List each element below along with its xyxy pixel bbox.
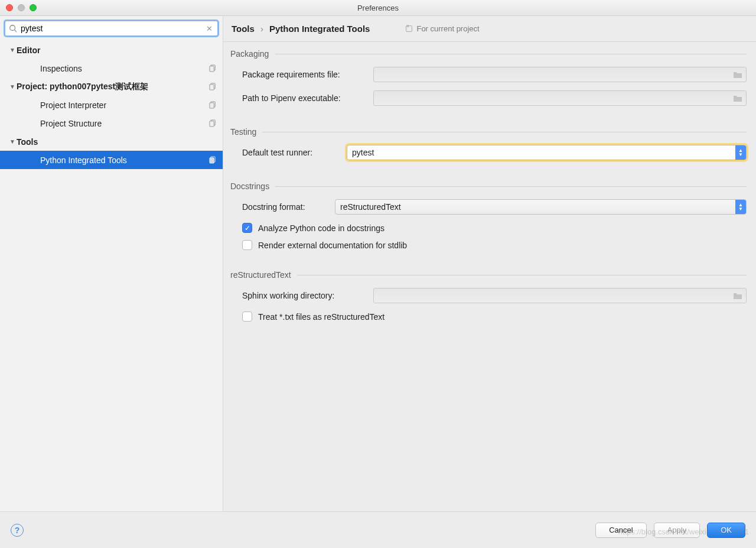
sidebar-item-label: Inspections — [40, 64, 209, 73]
chevron-down-icon: ▼ — [8, 47, 17, 53]
search-icon — [9, 24, 17, 33]
scope-badge: For current project — [405, 24, 479, 33]
section-title-docstrings: Docstrings — [230, 181, 269, 191]
section-rst: reStructuredText Sphinx working director… — [228, 270, 747, 329]
search-box[interactable]: ✕ — [4, 20, 219, 37]
svg-rect-9 — [210, 121, 214, 127]
chevron-down-icon: ▼ — [8, 138, 17, 145]
sidebar-item-label: Editor — [17, 46, 217, 55]
label-treat: Treat *.txt files as reStructuredText — [258, 312, 384, 322]
sidebar-item-label: Project Structure — [40, 119, 209, 128]
svg-rect-13 — [408, 25, 409, 27]
select-test-runner-value: pytest — [352, 148, 374, 157]
select-test-runner[interactable]: pytest ▲▼ — [347, 145, 747, 160]
section-packaging: Packaging Package requirements file: Pat… — [228, 49, 747, 114]
select-docstring-format-value: reStructuredText — [340, 202, 401, 212]
label-package-req: Package requirements file: — [242, 70, 366, 79]
copy-icon — [209, 64, 217, 72]
checkbox-treat[interactable] — [242, 312, 252, 322]
svg-rect-11 — [210, 158, 214, 163]
scope-label: For current project — [416, 24, 479, 33]
copy-icon — [209, 119, 217, 127]
sidebar-item-6[interactable]: Python Integrated Tools — [0, 151, 223, 169]
folder-icon[interactable] — [733, 94, 742, 102]
chevron-up-down-icon: ▲▼ — [735, 145, 746, 160]
sidebar-item-label: Python Integrated Tools — [40, 155, 209, 165]
copy-icon — [209, 101, 217, 109]
folder-icon[interactable] — [733, 291, 742, 300]
input-package-req[interactable] — [373, 67, 747, 82]
sidebar-item-3[interactable]: Project Interpreter — [0, 96, 223, 114]
main-panel: Tools › Python Integrated Tools For curr… — [223, 16, 756, 511]
section-title-rst: reStructuredText — [230, 270, 291, 280]
svg-rect-5 — [210, 85, 214, 90]
sidebar-item-4[interactable]: Project Structure — [0, 114, 223, 132]
section-title-packaging: Packaging — [230, 49, 269, 59]
breadcrumb-bar: Tools › Python Integrated Tools For curr… — [223, 16, 756, 42]
breadcrumb-leaf: Python Integrated Tools — [269, 24, 370, 34]
clear-search-icon[interactable]: ✕ — [205, 24, 214, 33]
chevron-down-icon: ▼ — [8, 83, 17, 90]
svg-line-1 — [15, 30, 17, 33]
breadcrumb-sep: › — [260, 24, 263, 34]
input-pipenv[interactable] — [373, 90, 747, 106]
label-sphinx-dir: Sphinx working directory: — [242, 291, 366, 300]
sidebar-item-label: Project: python007pytest测试框架 — [17, 82, 209, 92]
project-scope-icon — [405, 25, 413, 33]
settings-tree: ▼EditorInspections▼Project: python007pyt… — [0, 41, 223, 511]
checkbox-treat-row[interactable]: Treat *.txt files as reStructuredText — [242, 312, 747, 322]
breadcrumb-root: Tools — [232, 24, 255, 34]
sidebar-item-2[interactable]: ▼Project: python007pytest测试框架 — [0, 77, 223, 96]
footer: ? Cancel Apply OK — [0, 511, 756, 548]
ok-button[interactable]: OK — [707, 523, 745, 538]
section-testing: Testing Default test runner: pytest ▲▼ — [228, 127, 747, 168]
input-sphinx-dir[interactable] — [373, 288, 747, 303]
select-docstring-format[interactable]: reStructuredText ▲▼ — [335, 199, 747, 215]
checkbox-analyze[interactable]: ✓ — [242, 223, 252, 233]
label-analyze: Analyze Python code in docstrings — [258, 223, 384, 233]
section-docstrings: Docstrings Docstring format: reStructure… — [228, 181, 747, 257]
help-icon[interactable]: ? — [11, 524, 24, 537]
checkbox-analyze-row[interactable]: ✓ Analyze Python code in docstrings — [242, 223, 747, 233]
sidebar-item-5[interactable]: ▼Tools — [0, 132, 223, 151]
sidebar-item-1[interactable]: Inspections — [0, 59, 223, 77]
sidebar-item-label: Project Interpreter — [40, 100, 209, 110]
cancel-button[interactable]: Cancel — [595, 523, 646, 538]
copy-icon — [209, 83, 217, 90]
window-title: Preferences — [0, 4, 756, 12]
checkbox-render-row[interactable]: Render external documentation for stdlib — [242, 240, 747, 250]
svg-rect-3 — [210, 66, 214, 72]
breadcrumb: Tools › Python Integrated Tools — [232, 24, 370, 34]
search-input[interactable] — [21, 24, 201, 33]
label-pipenv: Path to Pipenv executable: — [242, 93, 366, 103]
sidebar-item-0[interactable]: ▼Editor — [0, 41, 223, 59]
label-docstring-format: Docstring format: — [242, 202, 328, 212]
folder-icon[interactable] — [733, 70, 742, 79]
chevron-up-down-icon: ▲▼ — [735, 200, 746, 214]
svg-rect-7 — [210, 103, 214, 108]
sidebar: ✕ ▼EditorInspections▼Project: python007p… — [0, 16, 223, 511]
sidebar-item-label: Tools — [17, 137, 217, 147]
apply-button[interactable]: Apply — [654, 523, 700, 538]
svg-point-0 — [10, 25, 15, 31]
label-render: Render external documentation for stdlib — [258, 241, 407, 250]
copy-icon — [209, 156, 217, 164]
section-title-testing: Testing — [230, 127, 256, 137]
checkbox-render[interactable] — [242, 240, 252, 250]
label-test-runner: Default test runner: — [242, 148, 340, 157]
titlebar: Preferences — [0, 0, 756, 16]
